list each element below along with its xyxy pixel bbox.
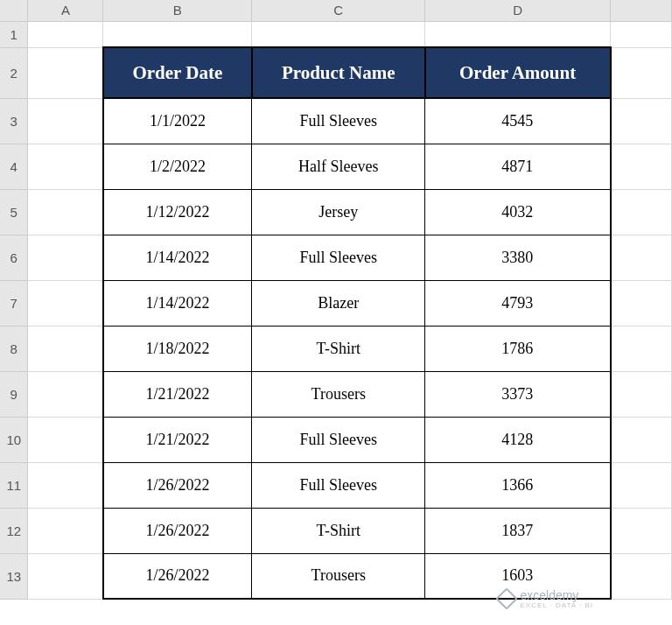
cell-e3[interactable] (611, 98, 672, 144)
col-header-a[interactable]: A (28, 0, 103, 21)
cell-product[interactable]: Full Sleeves (252, 235, 425, 280)
cell-date[interactable]: 1/18/2022 (103, 326, 252, 371)
cell-amount[interactable]: 4871 (425, 144, 611, 189)
col-header-b[interactable]: B (103, 0, 252, 21)
row-header-3[interactable]: 3 (0, 98, 28, 144)
header-order-amount[interactable]: Order Amount (425, 47, 611, 98)
row-header-11[interactable]: 11 (0, 462, 28, 508)
watermark: exceldemy EXCEL · DATA · BI (499, 589, 593, 609)
cell-d1[interactable] (425, 21, 611, 47)
cell-a7[interactable] (28, 280, 103, 326)
cell-a2[interactable] (28, 47, 103, 98)
watermark-brand: exceldemy (520, 588, 578, 602)
cell-date[interactable]: 1/26/2022 (103, 553, 252, 599)
cell-a10[interactable] (28, 417, 103, 462)
cell-e10[interactable] (611, 417, 672, 462)
cell-a5[interactable] (28, 189, 103, 235)
cell-amount[interactable]: 3373 (425, 371, 611, 417)
cell-product[interactable]: Half Sleeves (252, 144, 425, 189)
header-product-name[interactable]: Product Name (252, 47, 425, 98)
cell-c1[interactable] (252, 21, 425, 47)
cell-e6[interactable] (611, 235, 672, 280)
row-header-13[interactable]: 13 (0, 553, 28, 599)
cell-e13[interactable] (611, 553, 672, 599)
cell-a4[interactable] (28, 144, 103, 189)
cell-amount[interactable]: 3380 (425, 235, 611, 280)
cell-amount[interactable]: 1837 (425, 508, 611, 553)
cell-e5[interactable] (611, 189, 672, 235)
header-order-date[interactable]: Order Date (103, 47, 252, 98)
cell-a13[interactable] (28, 553, 103, 599)
cell-e8[interactable] (611, 326, 672, 371)
cell-product[interactable]: Full Sleeves (252, 98, 425, 144)
row-header-5[interactable]: 5 (0, 189, 28, 235)
row-header-9[interactable]: 9 (0, 371, 28, 417)
cell-a8[interactable] (28, 326, 103, 371)
cell-amount[interactable]: 4793 (425, 280, 611, 326)
row-header-7[interactable]: 7 (0, 280, 28, 326)
cell-date[interactable]: 1/26/2022 (103, 508, 252, 553)
row-header-2[interactable]: 2 (0, 47, 28, 98)
cell-product[interactable]: Blazer (252, 280, 425, 326)
row-header-8[interactable]: 8 (0, 326, 28, 371)
column-header-row: A B C D (0, 0, 672, 21)
row-header-4[interactable]: 4 (0, 144, 28, 189)
cell-amount[interactable]: 1366 (425, 462, 611, 508)
col-header-e[interactable] (611, 0, 672, 21)
cell-a9[interactable] (28, 371, 103, 417)
row-header-6[interactable]: 6 (0, 235, 28, 280)
watermark-logo-icon (496, 588, 518, 610)
cell-a6[interactable] (28, 235, 103, 280)
cell-product[interactable]: T-Shirt (252, 326, 425, 371)
cell-e9[interactable] (611, 371, 672, 417)
cell-e1[interactable] (611, 21, 672, 47)
row-header-10[interactable]: 10 (0, 417, 28, 462)
watermark-tagline: EXCEL · DATA · BI (520, 602, 593, 609)
cell-date[interactable]: 1/14/2022 (103, 235, 252, 280)
cell-product[interactable]: Trousers (252, 553, 425, 599)
cell-date[interactable]: 1/1/2022 (103, 98, 252, 144)
cell-e11[interactable] (611, 462, 672, 508)
spreadsheet-grid[interactable]: A B C D 1 2 Order Date Product Name Orde… (0, 0, 672, 600)
cell-amount[interactable]: 4545 (425, 98, 611, 144)
col-header-d[interactable]: D (425, 0, 611, 21)
cell-date[interactable]: 1/2/2022 (103, 144, 252, 189)
cell-date[interactable]: 1/21/2022 (103, 417, 252, 462)
cell-date[interactable]: 1/12/2022 (103, 189, 252, 235)
cell-a12[interactable] (28, 508, 103, 553)
cell-date[interactable]: 1/21/2022 (103, 371, 252, 417)
row-header-12[interactable]: 12 (0, 508, 28, 553)
cell-amount[interactable]: 4128 (425, 417, 611, 462)
cell-e2[interactable] (611, 47, 672, 98)
cell-product[interactable]: Trousers (252, 371, 425, 417)
cell-date[interactable]: 1/14/2022 (103, 280, 252, 326)
select-all-corner[interactable] (0, 0, 28, 21)
cell-a3[interactable] (28, 98, 103, 144)
cell-product[interactable]: Full Sleeves (252, 462, 425, 508)
cell-product[interactable]: Full Sleeves (252, 417, 425, 462)
cell-a1[interactable] (28, 21, 103, 47)
cell-amount[interactable]: 4032 (425, 189, 611, 235)
cell-a11[interactable] (28, 462, 103, 508)
cell-b1[interactable] (103, 21, 252, 47)
cell-date[interactable]: 1/26/2022 (103, 462, 252, 508)
row-header-1[interactable]: 1 (0, 21, 28, 47)
cell-e12[interactable] (611, 508, 672, 553)
col-header-c[interactable]: C (252, 0, 425, 21)
cell-e7[interactable] (611, 280, 672, 326)
cell-product[interactable]: Jersey (252, 189, 425, 235)
cell-e4[interactable] (611, 144, 672, 189)
cell-amount[interactable]: 1786 (425, 326, 611, 371)
cell-product[interactable]: T-Shirt (252, 508, 425, 553)
